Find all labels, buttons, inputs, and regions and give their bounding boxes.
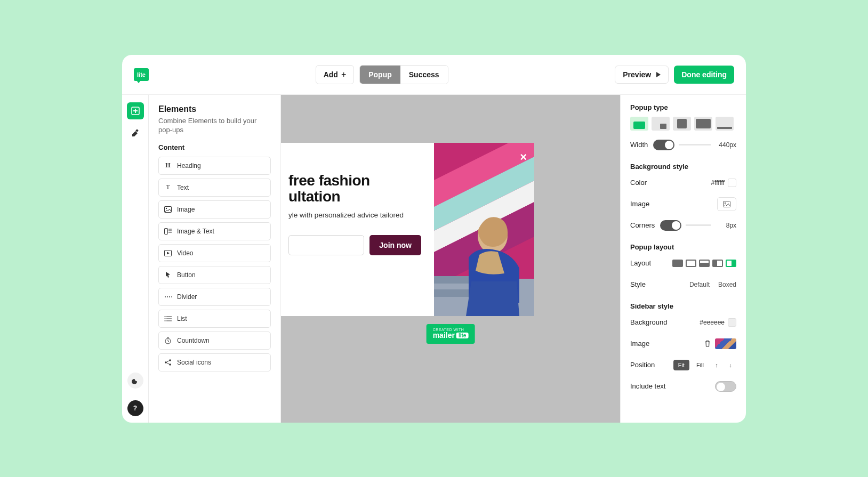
element-heading[interactable]: H Heading <box>158 157 271 175</box>
popup-heading[interactable]: free fashion ultation <box>288 173 421 206</box>
theme-toggle[interactable] <box>127 373 143 389</box>
clock-icon <box>164 337 172 344</box>
type-opt-3[interactable] <box>673 117 691 131</box>
element-divider[interactable]: Divider <box>158 288 271 306</box>
pos-down[interactable]: ↓ <box>725 359 736 371</box>
width-slider[interactable] <box>679 144 711 145</box>
share-icon <box>164 359 172 366</box>
mailerlite-badge[interactable]: CREATED WITH mailer lite <box>427 324 475 344</box>
element-text[interactable]: T Text <box>158 179 271 197</box>
panel-desc: Combine Elements to build your pop-ups <box>158 116 271 135</box>
svg-point-8 <box>165 320 166 321</box>
popup-form: Join now <box>288 235 421 255</box>
left-rail: ? <box>122 95 149 423</box>
video-icon <box>164 249 172 257</box>
popup-image[interactable]: × <box>434 143 534 316</box>
sb-image-label: Image <box>630 339 649 347</box>
tab-success[interactable]: Success <box>400 66 448 84</box>
bg-style-title: Background style <box>630 163 736 171</box>
layout-left[interactable] <box>712 260 723 267</box>
done-editing-button[interactable]: Done editing <box>674 66 734 84</box>
element-list[interactable]: List <box>158 310 271 328</box>
include-text-toggle[interactable] <box>715 381 736 392</box>
layout-right[interactable] <box>726 260 736 267</box>
style-label: Style <box>630 280 646 288</box>
corners-slider[interactable] <box>686 224 711 226</box>
pos-fit[interactable]: Fit <box>673 360 689 370</box>
topbar-center: Add + Popup Success <box>155 65 608 84</box>
help-button[interactable]: ? <box>127 400 143 416</box>
width-toggle[interactable] <box>653 140 674 150</box>
layout-label: Layout <box>630 259 651 267</box>
image-icon <box>164 206 172 213</box>
sb-image-thumb[interactable] <box>715 338 736 349</box>
layout-outline[interactable] <box>686 260 696 267</box>
include-text-label: Include text <box>630 382 666 390</box>
section-label: Content <box>158 143 271 151</box>
style-boxed[interactable]: Boxed <box>718 281 736 288</box>
color-value: #ffffff <box>711 179 725 187</box>
pos-up[interactable]: ↑ <box>711 359 722 371</box>
preview-label: Preview <box>623 70 651 79</box>
sb-bg-swatch[interactable] <box>728 318 736 327</box>
bg-image-label: Image <box>630 200 649 208</box>
element-button[interactable]: Button <box>158 266 271 284</box>
plus-icon: + <box>341 70 346 79</box>
sidebar-image <box>434 143 534 316</box>
layout-full[interactable] <box>672 260 683 267</box>
preview-button[interactable]: Preview <box>615 66 669 84</box>
text-icon: T <box>164 184 172 191</box>
plus-square-icon <box>131 107 140 115</box>
color-swatch[interactable] <box>728 179 736 187</box>
add-button[interactable]: Add + <box>316 65 355 84</box>
cursor-icon <box>164 271 172 279</box>
join-button[interactable]: Join now <box>369 235 421 255</box>
style-default[interactable]: Default <box>689 281 710 288</box>
heading-icon: H <box>164 162 172 169</box>
svg-point-11 <box>169 359 171 361</box>
close-icon[interactable]: × <box>520 150 527 164</box>
element-image[interactable]: Image <box>158 200 271 219</box>
svg-rect-15 <box>434 276 471 284</box>
layout-bottom[interactable] <box>699 260 710 267</box>
email-input[interactable] <box>288 235 364 255</box>
paint-icon <box>131 128 140 138</box>
play-icon <box>656 72 661 77</box>
type-opt-2[interactable] <box>652 117 670 131</box>
popup-content: free fashion ultation yle with personali… <box>281 143 434 316</box>
popup-preview[interactable]: free fashion ultation yle with personali… <box>281 143 534 316</box>
element-image-text[interactable]: Image & Text <box>158 222 271 240</box>
topbar-right: Preview Done editing <box>615 66 734 84</box>
layout-options <box>672 260 736 267</box>
element-social[interactable]: Social icons <box>158 353 271 371</box>
svg-point-10 <box>165 361 167 363</box>
popup-layout-title: Popup layout <box>630 243 736 251</box>
panel-title: Elements <box>158 104 271 114</box>
type-opt-5[interactable] <box>716 117 734 131</box>
settings-panel: Popup type Width 440px <box>620 95 746 423</box>
add-label: Add <box>324 70 338 79</box>
app-window: lite Add + Popup Success Preview Done ed… <box>122 55 746 423</box>
type-opt-1[interactable] <box>630 117 648 131</box>
trash-icon[interactable] <box>704 340 711 347</box>
element-countdown[interactable]: Countdown <box>158 332 271 350</box>
element-video[interactable]: Video <box>158 244 271 262</box>
elements-tab[interactable] <box>127 102 144 119</box>
corners-toggle[interactable] <box>660 220 681 231</box>
popup-subtext[interactable]: yle with personalized advice tailored <box>288 211 421 220</box>
pos-fill[interactable]: Fill <box>692 360 709 370</box>
sidebar-style-title: Sidebar style <box>630 302 736 310</box>
tab-popup[interactable]: Popup <box>360 66 400 84</box>
svg-rect-4 <box>165 228 168 234</box>
bg-image-button[interactable] <box>717 197 736 211</box>
corners-value: 8px <box>715 222 736 229</box>
color-label: Color <box>630 179 647 187</box>
canvas[interactable]: free fashion ultation yle with personali… <box>281 95 620 423</box>
tab-segment: Popup Success <box>359 65 448 84</box>
svg-point-12 <box>169 363 171 366</box>
styles-tab[interactable] <box>127 125 144 142</box>
type-opt-4[interactable] <box>694 117 712 131</box>
topbar: lite Add + Popup Success Preview Done ed… <box>122 55 746 95</box>
body: ? Elements Combine Elements to build you… <box>122 95 746 423</box>
divider-icon <box>164 293 172 301</box>
